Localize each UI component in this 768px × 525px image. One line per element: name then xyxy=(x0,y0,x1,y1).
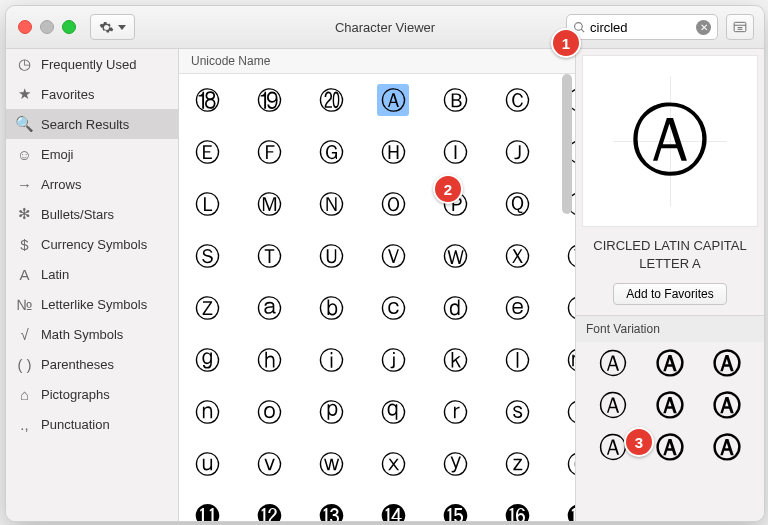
toggle-compact-button[interactable] xyxy=(726,14,754,40)
character-cell[interactable]: ⓒ xyxy=(377,292,409,324)
character-cell[interactable]: Ⓢ xyxy=(191,240,223,272)
character-cell[interactable]: ⓥ xyxy=(253,448,285,480)
character-cell[interactable]: Ⓝ xyxy=(315,188,347,220)
character-cell[interactable]: Ⓠ xyxy=(501,188,533,220)
character-cell[interactable]: ⓛ xyxy=(501,344,533,376)
sidebar-item-label: Favorites xyxy=(41,87,94,102)
character-cell[interactable]: Ⓧ xyxy=(501,240,533,272)
character-cell[interactable]: ⓮ xyxy=(377,500,409,521)
font-variation-cell[interactable]: Ⓐ xyxy=(594,350,633,378)
character-cell[interactable]: ⓑ xyxy=(315,292,347,324)
character-cell[interactable]: ⓩ xyxy=(501,448,533,480)
character-cell[interactable]: Ⓖ xyxy=(315,136,347,168)
character-cell[interactable]: ⓰ xyxy=(501,500,533,521)
font-variation-heading: Font Variation xyxy=(576,315,764,342)
character-cell[interactable]: ⓦ xyxy=(315,448,347,480)
character-cell[interactable]: ⓠ xyxy=(377,396,409,428)
character-cell[interactable]: Ⓤ xyxy=(315,240,347,272)
character-cell[interactable]: Ⓞ xyxy=(377,188,409,220)
character-cell[interactable]: ⓜ xyxy=(563,344,575,376)
character-cell[interactable]: Ⓣ xyxy=(253,240,285,272)
sidebar-item-letterlike-symbols[interactable]: №Letterlike Symbols xyxy=(6,289,178,319)
character-cell[interactable]: ⓐ xyxy=(253,292,285,324)
grid-heading: Unicode Name xyxy=(179,49,575,74)
minimize-window-button[interactable] xyxy=(40,20,54,34)
zoom-window-button[interactable] xyxy=(62,20,76,34)
sidebar-item-label: Pictographs xyxy=(41,387,110,402)
character-cell[interactable]: ⓢ xyxy=(501,396,533,428)
character-cell[interactable]: ⓨ xyxy=(439,448,471,480)
character-cell[interactable]: ⓞ xyxy=(253,396,285,428)
grid-scrollbar[interactable] xyxy=(562,74,572,214)
font-variation-cell[interactable]: Ⓐ xyxy=(707,392,746,420)
close-window-button[interactable] xyxy=(18,20,32,34)
character-cell[interactable]: ⓧ xyxy=(377,448,409,480)
sidebar-item-favorites[interactable]: ★Favorites xyxy=(6,79,178,109)
font-variation-cell[interactable]: Ⓐ xyxy=(651,434,690,462)
character-cell[interactable]: ⓓ xyxy=(439,292,471,324)
sidebar-item-arrows[interactable]: →Arrows xyxy=(6,169,178,199)
font-variation-cell[interactable]: Ⓐ xyxy=(651,392,690,420)
character-cell[interactable]: ⓪ xyxy=(563,448,575,480)
sidebar-item-latin[interactable]: ALatin xyxy=(6,259,178,289)
add-to-favorites-button[interactable]: Add to Favorites xyxy=(613,283,726,305)
character-cell[interactable]: ⑳ xyxy=(315,84,347,116)
character-cell[interactable]: ⓭ xyxy=(315,500,347,521)
sidebar-item-currency-symbols[interactable]: $Currency Symbols xyxy=(6,229,178,259)
clear-search-button[interactable]: ✕ xyxy=(696,20,711,35)
picto-icon: ⌂ xyxy=(16,386,33,403)
character-cell[interactable]: Ⓔ xyxy=(191,136,223,168)
sidebar-item-label: Latin xyxy=(41,267,69,282)
character-cell[interactable]: ⓙ xyxy=(377,344,409,376)
character-cell[interactable]: Ⓛ xyxy=(191,188,223,220)
character-cell[interactable]: ⓫ xyxy=(191,500,223,521)
character-cell[interactable]: Ⓗ xyxy=(377,136,409,168)
sidebar-item-bullets-stars[interactable]: ✻Bullets/Stars xyxy=(6,199,178,229)
character-cell[interactable]: ⓤ xyxy=(191,448,223,480)
arrow-icon: → xyxy=(16,176,33,193)
character-cell[interactable]: ⓱ xyxy=(563,500,575,521)
character-cell[interactable]: Ⓥ xyxy=(377,240,409,272)
character-cell[interactable]: ⓬ xyxy=(253,500,285,521)
character-cell[interactable]: ⓚ xyxy=(439,344,471,376)
search-field[interactable]: ✕ xyxy=(566,14,718,40)
action-menu-button[interactable] xyxy=(90,14,135,40)
sidebar-item-frequently-used[interactable]: ◷Frequently Used xyxy=(6,49,178,79)
sidebar-item-pictographs[interactable]: ⌂Pictographs xyxy=(6,379,178,409)
character-cell[interactable]: Ⓒ xyxy=(501,84,533,116)
character-cell[interactable]: ⓣ xyxy=(563,396,575,428)
sqrt-icon: √ xyxy=(16,326,33,343)
character-cell[interactable]: ⓕ xyxy=(563,292,575,324)
character-cell[interactable]: ⓖ xyxy=(191,344,223,376)
font-variation-cell[interactable]: Ⓐ xyxy=(707,350,746,378)
character-cell[interactable]: ⓡ xyxy=(439,396,471,428)
sidebar-item-math-symbols[interactable]: √Math Symbols xyxy=(6,319,178,349)
sidebar-item-label: Search Results xyxy=(41,117,129,132)
character-cell[interactable]: Ⓩ xyxy=(191,292,223,324)
character-cell[interactable]: ⑲ xyxy=(253,84,285,116)
character-cell[interactable]: ⓝ xyxy=(191,396,223,428)
character-cell[interactable]: Ⓦ xyxy=(439,240,471,272)
character-cell[interactable]: ⓟ xyxy=(315,396,347,428)
font-variation-cell[interactable]: Ⓐ xyxy=(651,350,690,378)
sidebar-item-punctuation[interactable]: .,Punctuation xyxy=(6,409,178,439)
annotation-marker-2: 2 xyxy=(433,174,463,204)
character-cell[interactable]: Ⓙ xyxy=(501,136,533,168)
character-cell[interactable]: Ⓜ xyxy=(253,188,285,220)
sidebar-item-emoji[interactable]: ☺Emoji xyxy=(6,139,178,169)
font-variation-cell[interactable]: Ⓐ xyxy=(594,392,633,420)
character-cell[interactable]: ⑱ xyxy=(191,84,223,116)
character-cell[interactable]: ⓔ xyxy=(501,292,533,324)
search-input[interactable] xyxy=(586,20,696,35)
character-cell[interactable]: Ⓑ xyxy=(439,84,471,116)
sidebar-item-parentheses[interactable]: ( )Parentheses xyxy=(6,349,178,379)
character-cell[interactable]: Ⓨ xyxy=(563,240,575,272)
character-cell[interactable]: Ⓘ xyxy=(439,136,471,168)
character-cell[interactable]: ⓯ xyxy=(439,500,471,521)
character-cell[interactable]: Ⓐ xyxy=(377,84,409,116)
character-cell[interactable]: ⓗ xyxy=(253,344,285,376)
font-variation-cell[interactable]: Ⓐ xyxy=(707,434,746,462)
character-cell[interactable]: Ⓕ xyxy=(253,136,285,168)
character-cell[interactable]: ⓘ xyxy=(315,344,347,376)
sidebar-item-search-results[interactable]: 🔍Search Results xyxy=(6,109,178,139)
